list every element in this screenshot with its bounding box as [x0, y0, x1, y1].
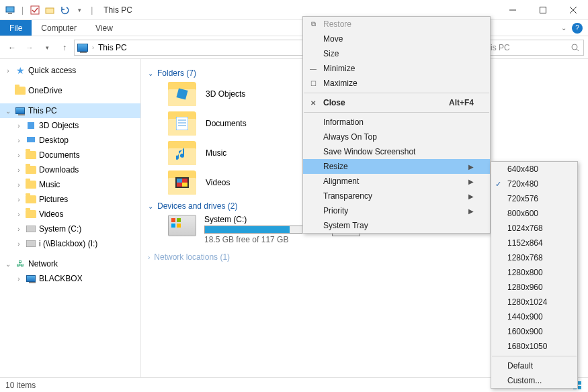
tab-file[interactable]: File [0, 20, 32, 36]
sidebar-item[interactable]: ›Downloads [0, 162, 140, 177]
sidebar-item[interactable]: ›Music [0, 177, 140, 192]
menu-information[interactable]: Information [303, 115, 490, 130]
sidebar-item[interactable]: ›Videos [0, 207, 140, 222]
menu-always-on-top[interactable]: Always On Top [303, 130, 490, 144]
resize-option[interactable]: 1280x960 [491, 280, 577, 295]
chevron-down-icon[interactable]: ⌄ [4, 107, 12, 115]
resize-option[interactable]: ✓720x480 [491, 177, 577, 191]
sidebar-label: Documents [39, 150, 80, 160]
sidebar-quick-access[interactable]: ›★Quick access [0, 63, 140, 78]
tab-computer[interactable]: Computer [32, 20, 86, 36]
svg-rect-23 [171, 218, 175, 222]
menu-close[interactable]: ✕CloseAlt+F4 [303, 95, 490, 110]
resize-option[interactable]: 1280x1024 [491, 295, 577, 309]
restore-icon: ⧉ [308, 20, 318, 28]
window-controls [497, 0, 588, 20]
chevron-right-icon[interactable]: › [15, 152, 23, 159]
sidebar-network[interactable]: ⌄🖧Network [0, 256, 140, 271]
menu-alignment[interactable]: Alignment▶ [303, 174, 490, 189]
menu-system-tray[interactable]: System Tray [303, 218, 490, 233]
resize-option[interactable]: 1024x768 [491, 221, 577, 236]
menu-label: Transparency [323, 191, 372, 201]
menu-size[interactable]: Size [303, 46, 490, 61]
maximize-button[interactable] [528, 0, 558, 20]
menu-priority[interactable]: Priority▶ [303, 203, 490, 218]
properties-icon[interactable] [29, 4, 41, 16]
chevron-right-icon[interactable]: › [15, 240, 23, 248]
sidebar-onedrive[interactable]: OneDrive [0, 83, 140, 98]
svg-point-8 [572, 44, 577, 50]
chevron-right-icon[interactable]: › [15, 166, 23, 174]
submenu-arrow-icon: ▶ [468, 163, 474, 170]
chevron-right-icon[interactable]: › [15, 181, 23, 189]
qat-dropdown-icon[interactable]: ▾ [73, 4, 85, 16]
folder-icon [15, 85, 26, 96]
sidebar-item[interactable]: ›i (\\Blackbox) (I:) [0, 236, 140, 251]
svg-rect-0 [6, 7, 14, 12]
chevron-right-icon[interactable]: › [15, 226, 23, 233]
breadcrumb-chevron-icon[interactable]: › [92, 44, 94, 51]
svg-rect-13 [26, 240, 36, 247]
resize-option[interactable]: 1440x900 [491, 309, 577, 324]
menu-minimize[interactable]: —Minimize [303, 61, 490, 76]
menu-maximize[interactable]: ☐Maximize [303, 76, 490, 91]
sidebar-item[interactable]: ›Pictures [0, 192, 140, 207]
menu-label: 1280x800 [507, 268, 543, 277]
sidebar-item[interactable]: ›Desktop [0, 133, 140, 148]
drive-icon [168, 215, 196, 236]
menu-transparency[interactable]: Transparency▶ [303, 189, 490, 203]
resize-option[interactable]: 800x600 [491, 206, 577, 221]
menu-save-screenshot[interactable]: Save Window Screenshot [303, 144, 490, 159]
sidebar-item[interactable]: ›System (C:) [0, 222, 140, 236]
forward-button[interactable]: → [22, 40, 38, 56]
sidebar-network-item[interactable]: ›BLACKBOX [0, 271, 140, 286]
menu-resize[interactable]: Resize▶ [303, 159, 490, 174]
chevron-right-icon[interactable]: › [15, 137, 23, 144]
chevron-down-icon[interactable]: ⌄ [148, 70, 153, 77]
folder-icon [168, 141, 196, 165]
chevron-right-icon[interactable]: › [15, 275, 23, 283]
resize-option[interactable]: 1280x768 [491, 250, 577, 265]
resize-default[interactable]: Default [491, 358, 577, 373]
svg-rect-33 [578, 386, 581, 389]
resize-option[interactable]: 1280x800 [491, 265, 577, 280]
resize-option[interactable]: 1680x1050 [491, 339, 577, 354]
close-button[interactable] [558, 0, 588, 20]
search-input[interactable]: This PC [476, 40, 584, 56]
chevron-right-icon[interactable]: › [148, 254, 150, 261]
undo-icon[interactable] [58, 4, 71, 16]
resize-option[interactable]: 1600x900 [491, 324, 577, 339]
minimize-button[interactable] [497, 0, 528, 20]
chevron-right-icon[interactable]: › [15, 122, 23, 130]
sidebar-label: i (\\Blackbox) (I:) [39, 239, 97, 248]
drive-system-c[interactable]: System (C:) 18.5 GB free of 117 GB [168, 215, 305, 244]
sidebar-item[interactable]: ›Documents [0, 148, 140, 162]
svg-rect-24 [177, 218, 181, 222]
chevron-right-icon[interactable]: › [4, 67, 12, 75]
recent-dropdown-icon[interactable]: ▾ [39, 40, 55, 56]
svg-rect-22 [182, 183, 187, 187]
help-icon[interactable]: ? [572, 23, 583, 34]
sidebar-this-pc[interactable]: ⌄This PC [0, 103, 140, 118]
ribbon-expand-icon[interactable]: ⌄ [561, 24, 566, 32]
menu-move[interactable]: Move [303, 32, 490, 46]
chevron-right-icon[interactable]: › [15, 196, 23, 203]
check-icon: ✓ [495, 180, 501, 189]
chevron-down-icon[interactable]: ⌄ [148, 203, 153, 210]
svg-rect-15 [176, 117, 188, 130]
resize-option[interactable]: 640x480 [491, 162, 577, 177]
new-folder-icon[interactable] [44, 4, 56, 16]
up-button[interactable]: ↑ [56, 40, 73, 56]
sidebar-label: System (C:) [39, 224, 81, 234]
breadcrumb-location[interactable]: This PC [98, 43, 127, 52]
menu-label: 720x576 [507, 194, 538, 203]
resize-option[interactable]: 720x576 [491, 191, 577, 206]
sidebar-item[interactable]: ›3D Objects [0, 118, 140, 133]
resize-custom[interactable]: Custom... [491, 373, 577, 388]
tab-view[interactable]: View [86, 20, 122, 36]
resize-option[interactable]: 1152x864 [491, 236, 577, 250]
chevron-down-icon[interactable]: ⌄ [4, 260, 12, 268]
chevron-right-icon[interactable]: › [15, 211, 23, 218]
menu-label: 1440x900 [507, 312, 543, 322]
back-button[interactable]: ← [4, 40, 20, 56]
